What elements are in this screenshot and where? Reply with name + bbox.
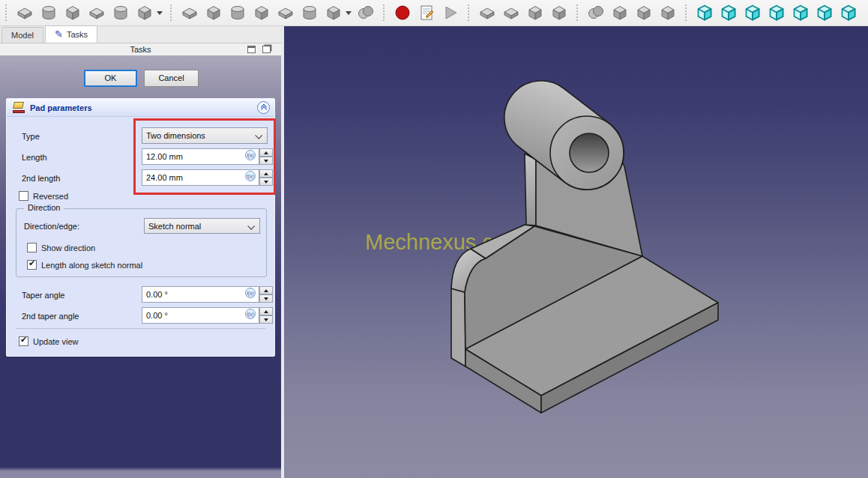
- 3d-viewport[interactable]: Mechnexus.com: [284, 26, 868, 478]
- pad-parameters-header: Pad parameters: [7, 99, 274, 117]
- dropdown-caret-icon[interactable]: [346, 11, 352, 15]
- type-label: Type: [22, 128, 40, 145]
- boolean-icon[interactable]: [355, 3, 376, 23]
- toolbar-drag-handle[interactable]: [685, 4, 688, 21]
- view-rear-icon[interactable]: [790, 3, 810, 23]
- spin-down-button[interactable]: [259, 178, 273, 186]
- toolbar-drag-handle[interactable]: [383, 4, 386, 21]
- chamfer-icon[interactable]: [501, 3, 521, 23]
- macro-execute-icon[interactable]: [440, 3, 460, 23]
- spin-up-button[interactable]: [259, 286, 273, 294]
- direction-edge-label: Direction/edge:: [24, 218, 79, 235]
- second-length-input[interactable]: 24.00 mm: [142, 169, 259, 186]
- additive-helix-icon[interactable]: [110, 3, 130, 23]
- view-bottom-icon[interactable]: [814, 3, 834, 23]
- reversed-label: Reversed: [33, 192, 68, 201]
- toolbar-drag-handle[interactable]: [576, 4, 579, 21]
- spin-down-button[interactable]: [259, 294, 273, 303]
- chevron-down-icon: [247, 223, 255, 230]
- subtractive-sweep-icon[interactable]: [275, 3, 295, 23]
- spin-down-button[interactable]: [259, 315, 273, 324]
- pocket-icon[interactable]: [179, 3, 199, 23]
- expression-icon[interactable]: f(x): [245, 171, 256, 181]
- boss-hole: [570, 133, 609, 172]
- toolbar-group: [166, 1, 379, 24]
- draft-icon[interactable]: [525, 3, 545, 23]
- toolbar-drag-handle[interactable]: [468, 4, 471, 21]
- fillet-icon[interactable]: [477, 3, 497, 23]
- linear-pattern-icon[interactable]: [609, 3, 630, 23]
- collapse-icon[interactable]: [257, 101, 270, 114]
- toolbar-drag-handle[interactable]: [170, 4, 173, 21]
- view-isometric-icon[interactable]: [694, 3, 714, 23]
- macro-record-icon[interactable]: [392, 3, 412, 23]
- additive-primitive-icon[interactable]: [134, 3, 154, 23]
- update-view-checkbox[interactable]: [19, 336, 28, 346]
- expression-icon[interactable]: f(x): [245, 288, 256, 298]
- pad-parameters-box: Pad parameters Type Two dimensions Lengt…: [6, 98, 275, 357]
- revolution-icon[interactable]: [38, 3, 58, 23]
- toolbar-group: [573, 1, 681, 24]
- 3d-scene: Mechnexus.com: [284, 26, 868, 478]
- type-combobox[interactable]: Two dimensions: [142, 127, 268, 144]
- second-length-spinbox: 24.00 mm f(x): [142, 169, 273, 186]
- main-toolbar: [0, 0, 868, 26]
- panel-tabbar: Model ✎ Tasks: [0, 26, 281, 43]
- dock-icon[interactable]: [247, 46, 256, 53]
- tab-tasks-label: Tasks: [67, 30, 88, 39]
- cancel-button[interactable]: Cancel: [144, 70, 199, 87]
- tab-model[interactable]: Model: [1, 27, 43, 43]
- additive-sweep-icon[interactable]: [86, 3, 106, 23]
- tab-model-label: Model: [11, 31, 34, 40]
- reversed-checkbox[interactable]: [19, 191, 28, 201]
- spin-up-button[interactable]: [259, 148, 273, 157]
- model-bracket[interactable]: [451, 81, 718, 413]
- subtractive-primitive-icon[interactable]: [323, 3, 343, 23]
- along-normal-row: Length along sketch normal: [27, 259, 142, 270]
- wall-left-face: [451, 288, 465, 366]
- spin-up-button[interactable]: [259, 169, 273, 178]
- groove-icon[interactable]: [227, 3, 247, 23]
- dropdown-caret-icon[interactable]: [157, 11, 163, 15]
- additive-loft-icon[interactable]: [62, 3, 82, 23]
- subtractive-loft-icon[interactable]: [251, 3, 271, 23]
- pencil-icon: ✎: [55, 31, 63, 38]
- macro-dialog-icon[interactable]: [416, 3, 436, 23]
- direction-edge-value: Sketch normal: [148, 222, 201, 231]
- show-direction-checkbox[interactable]: [27, 243, 37, 252]
- taper-angle-label: Taper angle: [22, 287, 65, 303]
- direction-edge-combobox[interactable]: Sketch normal: [144, 218, 260, 234]
- view-front-icon[interactable]: [718, 3, 738, 23]
- pad-icon-small: [13, 102, 25, 113]
- view-top-icon[interactable]: [742, 3, 762, 23]
- subtractive-helix-icon[interactable]: [299, 3, 319, 23]
- pad-icon[interactable]: [14, 3, 34, 23]
- toolbar-group: [464, 1, 573, 24]
- thickness-icon[interactable]: [549, 3, 569, 23]
- toolbar-drag-handle[interactable]: [5, 4, 8, 21]
- chevron-down-icon: [255, 132, 262, 139]
- view-left-icon[interactable]: [838, 3, 858, 23]
- show-direction-row: Show direction: [27, 242, 95, 253]
- tab-tasks[interactable]: ✎ Tasks: [45, 25, 97, 43]
- polar-pattern-icon[interactable]: [633, 3, 654, 23]
- length-input[interactable]: 12.00 mm: [142, 148, 259, 165]
- length-label: Length: [22, 149, 47, 166]
- multitransform-icon[interactable]: [657, 3, 678, 23]
- expression-icon[interactable]: f(x): [245, 309, 256, 319]
- mirrored-icon[interactable]: [585, 3, 606, 23]
- arm-side-face: [525, 154, 536, 226]
- expression-icon[interactable]: f(x): [245, 150, 256, 160]
- second-taper-angle-input[interactable]: 0.00 °: [142, 307, 259, 324]
- length-spinbox: 12.00 mm f(x): [142, 148, 273, 165]
- view-right-icon[interactable]: [766, 3, 786, 23]
- type-value: Two dimensions: [146, 131, 205, 140]
- taper-angle-input[interactable]: 0.00 °: [142, 286, 259, 303]
- reversed-checkbox-row: Reversed: [19, 190, 68, 202]
- spin-up-button[interactable]: [259, 307, 273, 315]
- ok-button[interactable]: OK: [84, 70, 137, 87]
- along-normal-checkbox[interactable]: [27, 260, 37, 270]
- float-icon[interactable]: [262, 46, 271, 53]
- spin-down-button[interactable]: [259, 157, 273, 165]
- hole-icon[interactable]: [203, 3, 223, 23]
